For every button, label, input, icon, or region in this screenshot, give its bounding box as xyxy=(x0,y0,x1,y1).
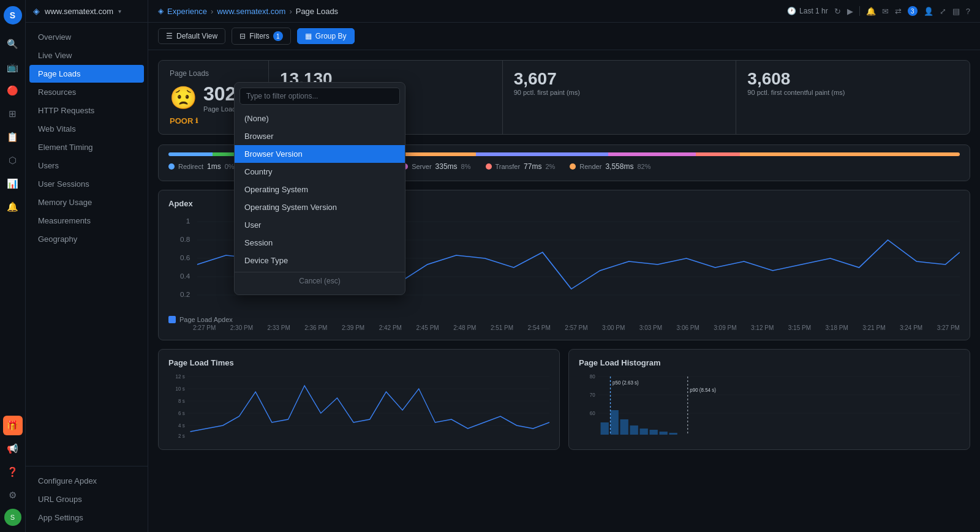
breadcrumb-experience[interactable]: Experience xyxy=(167,7,207,16)
sidebar-item-resources[interactable]: Resources xyxy=(29,83,144,101)
svg-rect-28 xyxy=(611,410,619,435)
dropdown-option-device-type[interactable]: Device Type xyxy=(235,252,405,269)
expand-icon[interactable]: ⤢ xyxy=(940,7,946,16)
sidebar-item-live-view[interactable]: Live View xyxy=(29,47,144,64)
logs-icon-btn[interactable]: 📋 xyxy=(3,127,23,147)
redirect-val: 1ms xyxy=(207,162,221,171)
alert-icon-btn[interactable]: 🔴 xyxy=(3,81,23,100)
dashboard-icon-btn[interactable]: 📊 xyxy=(3,174,23,193)
dropdown-option-user[interactable]: User xyxy=(235,216,405,234)
dropdown-cancel-button[interactable]: Cancel (esc) xyxy=(235,272,405,290)
filters-button[interactable]: ⊟ Filters 1 xyxy=(232,28,291,45)
svg-text:10 s: 10 s xyxy=(176,386,185,392)
sidebar-item-page-loads[interactable]: Page Loads xyxy=(29,65,144,83)
main-card-title: Page Loads xyxy=(170,69,257,78)
dropdown-option-os-version[interactable]: Operating System Version xyxy=(235,198,405,216)
help-icon-btn[interactable]: ❓ xyxy=(3,462,23,482)
histogram-title: Page Load Histogram xyxy=(579,358,960,367)
layout-icon[interactable]: ▤ xyxy=(952,7,960,16)
breadcrumb: ◈ Experience › www.sematext.com › Page L… xyxy=(158,7,338,16)
refresh-icon[interactable]: ↻ xyxy=(834,7,841,16)
default-view-button[interactable]: ☰ Default View xyxy=(158,28,225,44)
dropdown-option-os[interactable]: Operating System xyxy=(235,181,405,198)
trace-icon-btn[interactable]: ⬡ xyxy=(3,151,23,170)
redirect-name: Redirect xyxy=(178,163,203,170)
sidebar-header[interactable]: ◈ www.sematext.com ▾ xyxy=(26,0,148,23)
sidebar-item-users[interactable]: Users xyxy=(29,157,144,174)
bell-icon[interactable]: 🔔 xyxy=(866,7,876,16)
settings-icon-btn[interactable]: ⚙ xyxy=(3,485,23,505)
grid-icon-btn[interactable]: ⊞ xyxy=(3,104,23,124)
svg-text:8 s: 8 s xyxy=(178,398,185,405)
metric-render: Render 3,558ms 82% xyxy=(570,162,650,171)
sidebar-item-measurements[interactable]: Measurements xyxy=(29,212,144,230)
sidebar-item-geography[interactable]: Geography xyxy=(29,230,144,248)
sidebar-item-memory-usage[interactable]: Memory Usage xyxy=(29,193,144,211)
page-load-histogram-chart: Page Load Histogram 80 70 60 xyxy=(568,349,970,450)
svg-text:70: 70 xyxy=(590,392,595,399)
content-area: Page Loads 😟 302 Page Loads POOR ℹ 13,13… xyxy=(148,50,980,532)
render-val: 3,558ms xyxy=(605,162,633,171)
transfer-dot xyxy=(486,163,492,170)
transfer-name: Transfer xyxy=(496,163,521,170)
breadcrumb-site[interactable]: www.sematext.com xyxy=(217,7,285,16)
sidebar-item-http-requests[interactable]: HTTP Requests xyxy=(29,102,144,119)
group-by-button[interactable]: ▦ Group By xyxy=(297,28,355,44)
sidebar-item-web-vitals[interactable]: Web Vitals xyxy=(29,120,144,138)
group-icon: ▦ xyxy=(305,32,312,40)
svg-text:2 s: 2 s xyxy=(178,433,185,440)
search-icon-btn[interactable]: 🔍 xyxy=(3,34,23,54)
mail-icon[interactable]: ✉ xyxy=(882,7,889,16)
view-icon: ☰ xyxy=(166,32,173,40)
server-pct: 8% xyxy=(461,163,471,170)
sidebar-item-url-groups[interactable]: URL Groups xyxy=(29,490,144,508)
notification-badge: 3 xyxy=(908,6,918,16)
dropdown-option-country[interactable]: Country xyxy=(235,163,405,181)
default-view-label: Default View xyxy=(176,32,217,40)
svg-text:p50 (2.63 s): p50 (2.63 s) xyxy=(612,380,639,386)
render-name: Render xyxy=(579,163,601,170)
render-dot xyxy=(570,163,576,170)
question-icon[interactable]: ? xyxy=(966,7,970,16)
svg-text:0.4: 0.4 xyxy=(180,273,190,280)
svg-text:4 s: 4 s xyxy=(178,422,185,429)
sidebar-item-overview[interactable]: Overview xyxy=(29,28,144,46)
pb-server xyxy=(608,152,696,156)
load-times-svg: 12 s 10 s 8 s 6 s 4 s 2 s xyxy=(168,373,549,441)
breadcrumb-sep1: › xyxy=(211,7,213,16)
transfer-pct: 2% xyxy=(545,163,555,170)
redirect-dot xyxy=(168,163,175,170)
dropdown-option-browser[interactable]: Browser xyxy=(235,127,405,145)
svg-rect-27 xyxy=(601,422,609,435)
sidebar-item-app-settings[interactable]: App Settings xyxy=(29,509,144,526)
gift-icon-btn[interactable]: 🎁 xyxy=(3,416,23,435)
topbar-right: 🕐 Last 1 hr ↻ ▶ 🔔 ✉ ⇄ 3 👤 ⤢ ▤ ? xyxy=(787,6,970,16)
sidebar-item-element-timing[interactable]: Element Timing xyxy=(29,138,144,156)
app-logo[interactable]: S xyxy=(4,6,22,24)
share-icon[interactable]: ⇄ xyxy=(895,7,902,16)
time-range-badge[interactable]: 🕐 Last 1 hr xyxy=(787,7,828,15)
pb-redirect xyxy=(168,152,213,156)
speaker-icon-btn[interactable]: 📢 xyxy=(3,439,23,459)
svg-rect-33 xyxy=(660,432,668,435)
sidebar-item-user-sessions[interactable]: User Sessions xyxy=(29,175,144,193)
sidebar-nav: Overview Live View Page Loads Resources … xyxy=(26,23,148,466)
dropdown-option-none[interactable]: (None) xyxy=(235,110,405,127)
sidebar-item-configure-apdex[interactable]: Configure Apdex xyxy=(29,472,144,490)
apdex-legend-label: Page Load Apdex xyxy=(179,316,233,323)
monitor-icon-btn[interactable]: 📺 xyxy=(3,58,23,77)
avatar-icon-btn[interactable]: S xyxy=(4,509,21,526)
alert2-icon-btn[interactable]: 🔔 xyxy=(3,197,23,217)
play-icon[interactable]: ▶ xyxy=(847,7,853,16)
dropdown-option-session[interactable]: Session xyxy=(235,234,405,252)
filters-label: Filters xyxy=(249,32,270,40)
sidebar-icon: ◈ xyxy=(33,6,40,16)
apdex-emoji: 😟 xyxy=(170,85,197,111)
time-label: Last 1 hr xyxy=(799,7,828,15)
dropdown-option-browser-version[interactable]: Browser Version xyxy=(235,145,405,163)
svg-text:80: 80 xyxy=(590,373,595,380)
user-icon[interactable]: 👤 xyxy=(924,7,933,16)
svg-rect-32 xyxy=(650,430,658,435)
svg-text:p90 (8.54 s): p90 (8.54 s) xyxy=(690,387,716,394)
dropdown-search-input[interactable] xyxy=(239,88,400,105)
